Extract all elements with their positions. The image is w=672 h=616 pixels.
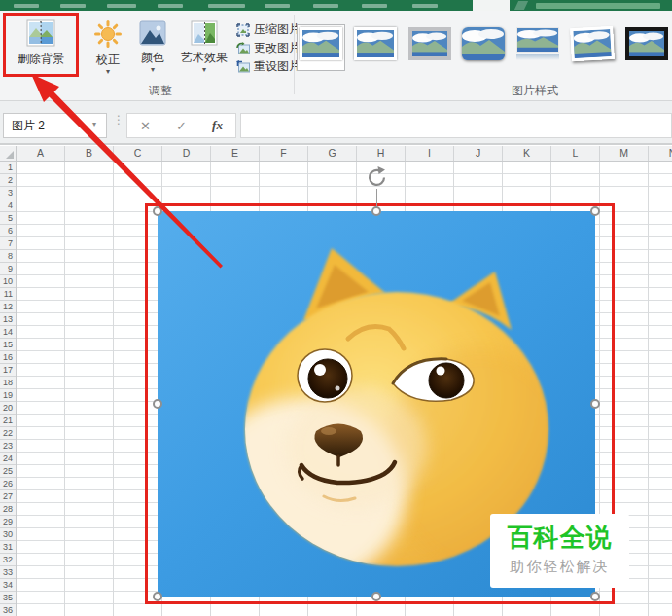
tab-remnant[interactable]	[208, 4, 245, 8]
row-header-35[interactable]: 35	[0, 592, 16, 604]
picture-style-beveled-matte[interactable]	[406, 24, 454, 71]
row-header-3[interactable]: 3	[0, 187, 16, 199]
row-header-2[interactable]: 2	[0, 174, 16, 187]
watermark-title: 百科全说	[490, 521, 629, 555]
row-header-16[interactable]: 16	[0, 351, 16, 364]
selection-handle-top-right[interactable]	[590, 206, 600, 216]
picture-style-gallery	[297, 24, 671, 77]
row-header-17[interactable]: 17	[0, 364, 16, 377]
row-header-6[interactable]: 6	[0, 225, 16, 237]
corrections-button[interactable]: 校正 ▾	[86, 20, 130, 76]
tab-remnant[interactable]	[362, 4, 387, 8]
select-all-corner[interactable]	[0, 146, 17, 162]
row-header-22[interactable]: 22	[0, 427, 16, 440]
corrections-label: 校正	[86, 52, 130, 68]
column-header-I[interactable]: I	[406, 146, 454, 161]
row-header-15[interactable]: 15	[0, 339, 16, 351]
row-header-21[interactable]: 21	[0, 415, 16, 427]
row-header-32[interactable]: 32	[0, 554, 16, 566]
row-header-28[interactable]: 28	[0, 503, 16, 516]
column-header-B[interactable]: B	[65, 146, 114, 161]
row-header-8[interactable]: 8	[0, 250, 16, 263]
color-button[interactable]: 颜色 ▾	[130, 20, 175, 74]
picture-style-frame-white-shadow[interactable]	[351, 24, 400, 71]
column-header-D[interactable]: D	[162, 146, 211, 161]
row-header-33[interactable]: 33	[0, 566, 16, 579]
reset-picture-icon	[236, 60, 250, 74]
row-header-12[interactable]: 12	[0, 301, 16, 313]
column-header-C[interactable]: C	[114, 146, 162, 161]
compress-picture-icon	[236, 23, 250, 37]
formula-bar-resize-dots[interactable]: ⋮	[113, 115, 124, 126]
cancel-button[interactable]: ✕	[140, 119, 151, 133]
tab-remnant[interactable]	[265, 4, 290, 8]
picture-style-thumbnail	[570, 26, 615, 61]
insert-function-button[interactable]: fx	[212, 118, 223, 133]
picture-style-simple-frame-black[interactable]	[622, 24, 671, 71]
tab-remnant[interactable]	[158, 4, 183, 8]
column-header-A[interactable]: A	[17, 146, 65, 161]
name-box[interactable]: 图片 2	[3, 113, 107, 138]
row-header-30[interactable]: 30	[0, 528, 16, 541]
row-header-31[interactable]: 31	[0, 541, 16, 554]
picture-style-reflected-rounded[interactable]	[513, 24, 562, 71]
row-header-20[interactable]: 20	[0, 402, 16, 415]
color-label: 颜色	[130, 50, 175, 66]
row-header-23[interactable]: 23	[0, 440, 16, 453]
row-header-14[interactable]: 14	[0, 326, 16, 339]
row-header-25[interactable]: 25	[0, 465, 16, 478]
artistic-effects-button[interactable]: 艺术效果 ▾	[176, 20, 232, 74]
row-header-34[interactable]: 34	[0, 579, 16, 592]
row-header-27[interactable]: 27	[0, 490, 16, 503]
column-header-L[interactable]: L	[551, 146, 600, 161]
tab-remnant[interactable]	[60, 4, 86, 8]
column-header-K[interactable]: K	[503, 146, 551, 161]
selection-handle-middle-left[interactable]	[153, 399, 162, 409]
row-header-24[interactable]: 24	[0, 453, 16, 465]
tab-remnant[interactable]	[107, 4, 136, 8]
picture-style-rotated-white[interactable]	[568, 24, 617, 71]
row-header-18[interactable]: 18	[0, 377, 16, 389]
selection-handle-top-center[interactable]	[371, 206, 381, 216]
picture-styles-group-label: 图片样式	[462, 83, 608, 99]
row-header-1[interactable]: 1	[0, 162, 16, 174]
row-header-5[interactable]: 5	[0, 212, 16, 225]
compress-picture-button[interactable]: 压缩图片	[236, 21, 301, 38]
row-header-7[interactable]: 7	[0, 237, 16, 250]
row-header-29[interactable]: 29	[0, 516, 16, 528]
picture-style-simple-frame-white[interactable]	[297, 24, 345, 71]
tab-remnant[interactable]	[14, 4, 39, 8]
column-header-E[interactable]: E	[211, 146, 260, 161]
formula-toolbar: ✕ ✓ fx	[126, 113, 236, 138]
selection-handle-bottom-right[interactable]	[590, 592, 600, 601]
row-header-9[interactable]: 9	[0, 263, 16, 275]
row-header-4[interactable]: 4	[0, 199, 16, 212]
tab-remnant[interactable]	[313, 4, 338, 8]
row-header-26[interactable]: 26	[0, 478, 16, 490]
column-header-N[interactable]: N	[649, 146, 672, 161]
row-header-19[interactable]: 19	[0, 389, 16, 402]
column-header-G[interactable]: G	[308, 146, 357, 161]
column-header-M[interactable]: M	[600, 146, 649, 161]
selection-handle-top-left[interactable]	[153, 206, 162, 216]
selection-handle-bottom-left[interactable]	[153, 592, 162, 601]
selection-handle-bottom-center[interactable]	[371, 592, 381, 601]
picture-style-metal-rounded[interactable]	[459, 24, 508, 71]
picture-style-thumbnail	[354, 27, 397, 60]
dropdown-arrow-icon: ▾	[86, 68, 130, 76]
formula-input[interactable]	[240, 113, 672, 138]
rotation-handle-icon[interactable]	[365, 165, 389, 190]
row-header-36[interactable]: 36	[0, 604, 16, 616]
column-header-H[interactable]: H	[357, 146, 406, 161]
name-box-dropdown-icon[interactable]: ▾	[92, 121, 96, 128]
row-header-13[interactable]: 13	[0, 313, 16, 326]
tab-format-active[interactable]	[473, 0, 510, 11]
row-header-10[interactable]: 10	[0, 275, 16, 288]
tab-remnant[interactable]	[412, 4, 438, 8]
column-header-J[interactable]: J	[454, 146, 503, 161]
picture-style-thumbnail	[408, 27, 451, 60]
row-header-11[interactable]: 11	[0, 288, 16, 301]
enter-button[interactable]: ✓	[176, 119, 187, 133]
selection-handle-middle-right[interactable]	[590, 399, 600, 409]
column-header-F[interactable]: F	[260, 146, 308, 161]
